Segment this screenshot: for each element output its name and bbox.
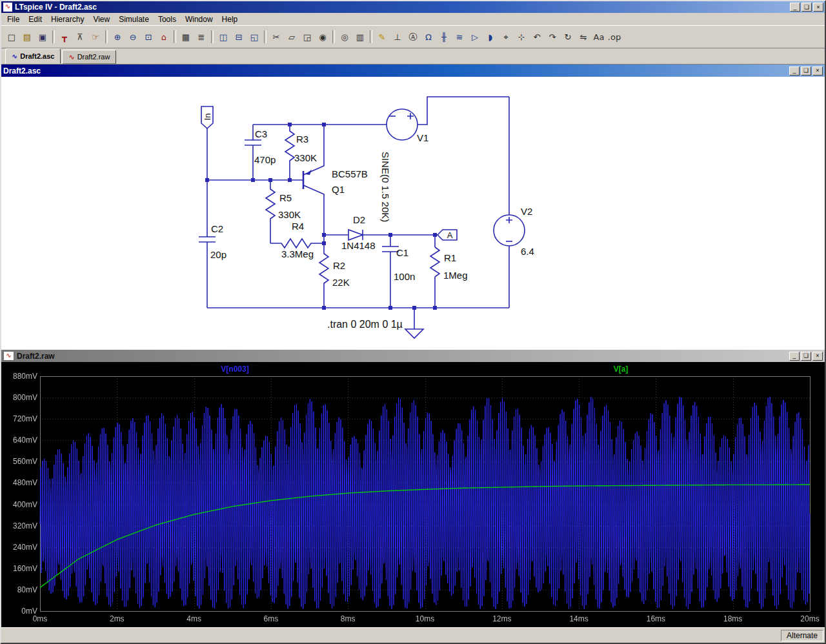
label-Q1-ref[interactable]: Q1	[332, 184, 345, 195]
inductor-icon[interactable]: ≋	[452, 30, 467, 44]
move-icon[interactable]: ⌖	[498, 30, 514, 44]
voltage-source-V1[interactable]	[387, 109, 418, 140]
label-D2-val[interactable]: 1N4148	[341, 240, 376, 251]
label-R2-ref[interactable]: R2	[333, 260, 345, 271]
netlist-icon[interactable]: ≣	[194, 30, 209, 44]
cascade-icon[interactable]: ◱	[247, 30, 262, 44]
menu-hierarchy[interactable]: Hierarchy	[46, 14, 88, 25]
label-R4-val[interactable]: 3.3Meg	[281, 248, 314, 259]
undo-icon[interactable]: ↶	[529, 30, 545, 44]
diode-D2[interactable]	[348, 230, 363, 240]
label-R3-ref[interactable]: R3	[296, 134, 308, 145]
waveform-plot[interactable]	[1, 362, 825, 627]
zoom-out-icon[interactable]: ⊖	[125, 30, 141, 44]
capacitor-icon[interactable]: ╫	[436, 30, 452, 44]
waveform-plot-area[interactable]: 0mV80mV160mV240mV320mV400mV480mV560mV640…	[1, 362, 825, 627]
label-R1-val[interactable]: 1Meg	[443, 270, 468, 281]
capacitor-C3[interactable]	[245, 140, 261, 145]
resistor-R4[interactable]	[270, 239, 324, 248]
waveform-close-button[interactable]: ×	[812, 352, 823, 361]
schematic-maximize-button[interactable]: ❏	[801, 66, 811, 75]
mirror-icon[interactable]: ⇋	[576, 30, 591, 44]
menu-window[interactable]: Window	[181, 14, 217, 25]
menu-file[interactable]: File	[3, 14, 24, 25]
directive-text[interactable]: .tran 0 20m 0 1µ	[327, 319, 403, 330]
label-V1-ref[interactable]: V1	[417, 132, 428, 143]
tab-draft2-asc[interactable]: ∿ Draft2.asc	[5, 48, 61, 64]
save-icon[interactable]: ▣	[35, 30, 50, 44]
schematic-canvas[interactable]: C3 470p R3 330K BC557B Q1 R5 330K R4 3.3…	[1, 77, 825, 350]
resistor-R3[interactable]	[285, 125, 294, 180]
label-R1-ref[interactable]: R1	[444, 252, 456, 263]
label-C3-val[interactable]: 470p	[254, 154, 276, 165]
label-D2-ref[interactable]: D2	[353, 214, 365, 225]
grid-icon[interactable]: ▦	[178, 30, 194, 44]
waveform-window-titlebar[interactable]: ∿ Draft2.raw _ ❏ ×	[1, 350, 825, 362]
tile-horizontal-icon[interactable]: ⊟	[231, 30, 247, 44]
print-preview-icon[interactable]: ◎	[337, 30, 352, 44]
voltage-source-V2[interactable]	[494, 215, 525, 246]
label-R3-val[interactable]: 330K	[294, 152, 317, 163]
menu-tools[interactable]: Tools	[154, 14, 181, 25]
legend-V[n003][interactable]: V[n003]	[206, 365, 264, 374]
label-C2-ref[interactable]: C2	[211, 223, 223, 234]
waveform-minimize-button[interactable]: _	[789, 352, 800, 361]
draw-wire-icon[interactable]: ✎	[374, 30, 390, 44]
find-icon[interactable]: ◉	[315, 30, 330, 44]
minimize-button[interactable]: _	[790, 3, 800, 12]
menu-simulate[interactable]: Simulate	[114, 14, 154, 25]
print-icon[interactable]: ▥	[352, 30, 368, 44]
component-labels[interactable]: C3 470p R3 330K BC557B Q1 R5 330K R4 3.3…	[203, 114, 534, 330]
label-V2-val[interactable]: 6.4	[521, 246, 534, 257]
zoom-area-icon[interactable]: ⊡	[141, 30, 156, 44]
control-panel-icon[interactable]: ⊼	[72, 30, 88, 44]
label-C1-val[interactable]: 100n	[394, 271, 415, 282]
open-icon[interactable]: ▤	[19, 30, 35, 44]
tile-vertical-icon[interactable]: ◫	[216, 30, 231, 44]
tab-draft2-raw[interactable]: ∿ Draft2.raw	[62, 50, 116, 64]
label-R2-val[interactable]: 22K	[332, 277, 350, 288]
redo-icon[interactable]: ↷	[545, 30, 560, 44]
ground-icon[interactable]: ⊥	[390, 30, 405, 44]
label-C3-ref[interactable]: C3	[255, 128, 267, 139]
copy-icon[interactable]: ▱	[284, 30, 299, 44]
diode-icon[interactable]: ▷	[467, 30, 483, 44]
cut-icon[interactable]: ✂	[268, 30, 284, 44]
title-bar[interactable]: ∿ LTspice IV - Draft2.asc _ ❏ ×	[1, 1, 825, 13]
probe-icon[interactable]: ┳	[57, 30, 72, 44]
waveform-maximize-button[interactable]: ❏	[801, 352, 811, 361]
spice-directive-icon[interactable]: .op	[607, 30, 622, 44]
label-R5-ref[interactable]: R5	[279, 192, 292, 203]
label-R5-val[interactable]: 330K	[278, 209, 301, 220]
zoom-in-icon[interactable]: ⊕	[110, 30, 125, 44]
ground-symbol[interactable]	[405, 308, 423, 338]
paste-icon[interactable]: ◲	[299, 30, 315, 44]
label-C2-val[interactable]: 20p	[210, 249, 227, 260]
label-R4-ref[interactable]: R4	[292, 221, 304, 232]
schematic-minimize-button[interactable]: _	[789, 66, 800, 75]
menu-view[interactable]: View	[88, 14, 114, 25]
component-icon[interactable]: ◗	[483, 30, 498, 44]
text-icon[interactable]: Aa	[591, 30, 607, 44]
label-V1-val[interactable]: SINE(0 1.5 20K)	[380, 152, 391, 222]
legend-V[a][interactable]: V[a]	[592, 365, 650, 374]
resistor-icon[interactable]: Ω	[421, 30, 436, 44]
zoom-full-extents-icon[interactable]: ⌂	[156, 30, 172, 44]
label-V2-ref[interactable]: V2	[521, 206, 532, 217]
halt-icon[interactable]: ☞	[88, 30, 103, 44]
menu-edit[interactable]: Edit	[24, 14, 46, 25]
label-net-icon[interactable]: Ⓐ	[405, 30, 421, 44]
new-schematic-icon[interactable]: □	[4, 30, 19, 44]
maximize-button[interactable]: ❏	[801, 3, 812, 12]
label-C1-ref[interactable]: C1	[396, 247, 408, 258]
resistor-R5[interactable]	[266, 180, 275, 243]
resistor-R2[interactable]	[319, 243, 328, 308]
drag-icon[interactable]: ⊹	[514, 30, 529, 44]
schematic-close-button[interactable]: ×	[812, 66, 823, 75]
close-button[interactable]: ×	[813, 3, 823, 12]
menu-help[interactable]: Help	[217, 14, 243, 25]
resistor-R1[interactable]	[430, 247, 439, 277]
capacitor-C2[interactable]	[199, 237, 216, 242]
rotate-icon[interactable]: ↻	[560, 30, 576, 44]
label-Q1-val[interactable]: BC557B	[332, 168, 368, 179]
